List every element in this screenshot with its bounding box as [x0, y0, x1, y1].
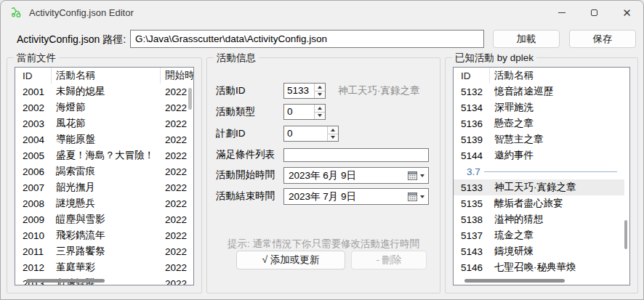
- cell-start: 2022: [161, 118, 188, 129]
- cell-id: 2012: [15, 262, 52, 273]
- arrow-up-icon: [331, 129, 335, 131]
- current-file-title: 當前文件: [14, 52, 59, 65]
- list-item[interactable]: 5144 邀約事件: [454, 147, 624, 163]
- end-time-picker[interactable]: 2023年 7月 9日: [283, 188, 429, 205]
- cell-id: 2008: [15, 198, 52, 209]
- spin-down-button[interactable]: [315, 113, 325, 120]
- activity-type-spinner[interactable]: 0: [283, 104, 326, 120]
- schedule-id-spinner[interactable]: 0: [283, 126, 339, 142]
- minimize-icon: [558, 12, 565, 13]
- dropdown-arrow-icon[interactable]: [420, 195, 424, 198]
- list-item[interactable]: 5146 七聖召喚·秘典華煥: [454, 259, 624, 275]
- known-activities-title: 已知活動 by dplek: [452, 52, 536, 65]
- spin-down-button[interactable]: [315, 92, 325, 99]
- add-or-update-button[interactable]: √ 添加或更新: [236, 251, 345, 269]
- app-icon: [9, 6, 23, 19]
- cell-start: 2022: [161, 214, 188, 225]
- cell-id: 5132: [454, 86, 490, 97]
- list-item[interactable]: 5138 溢神的猜想: [454, 211, 624, 227]
- table-row[interactable]: 2001 未歸的熄星 2022: [15, 84, 188, 100]
- col-header-name[interactable]: 活動名稱: [490, 68, 629, 84]
- cell-start: 2022: [161, 86, 188, 97]
- cell-id: 2004: [15, 134, 52, 145]
- cell-name: 七聖召喚·秘典華煥: [490, 261, 624, 274]
- close-button[interactable]: ✕: [611, 1, 643, 24]
- scrollbar-thumb[interactable]: [188, 88, 192, 110]
- cell-name: 堇庭華彩: [52, 261, 161, 274]
- cell-start: 2022: [161, 246, 188, 257]
- list-item[interactable]: 5132 憶音諸途巡歷: [454, 84, 624, 100]
- list-item[interactable]: 5133 神工天巧·寘錄之章: [454, 179, 624, 195]
- cell-name: 謁索雷痕: [52, 165, 161, 178]
- spin-down-button[interactable]: [328, 134, 338, 142]
- schedule-id-label: 計劃ID: [216, 126, 246, 142]
- list-item[interactable]: 5135 離垢者盡心旅宴: [454, 195, 624, 211]
- table-row[interactable]: 2002 海燈節 2022: [15, 100, 188, 115]
- minimize-button[interactable]: [545, 1, 578, 24]
- spin-up-button[interactable]: [315, 105, 325, 113]
- col-header-start[interactable]: 開始時間: [161, 68, 193, 84]
- col-header-name[interactable]: 活動名稱: [52, 68, 161, 84]
- horizontal-scrollbar[interactable]: [26, 279, 105, 283]
- table-row[interactable]: 2010 飛彩鐫流年 2022: [15, 227, 188, 243]
- vertical-scrollbar[interactable]: [624, 85, 629, 276]
- activity-type-value[interactable]: 0: [284, 105, 314, 119]
- spin-up-button[interactable]: [315, 84, 325, 92]
- list-item[interactable]: 5143 鑄境研煉: [454, 243, 624, 259]
- arrow-up-icon: [318, 86, 322, 89]
- schedule-id-value[interactable]: 0: [284, 126, 327, 141]
- cell-name: 深罪施洗: [490, 101, 624, 114]
- scrollbar-thumb[interactable]: [624, 220, 627, 249]
- spinner-buttons: [314, 105, 325, 119]
- table-row[interactable]: 2011 三界路饗祭 2022: [15, 243, 188, 259]
- arrow-down-icon: [318, 114, 322, 117]
- window-title: ActivityConfig.json Editor: [29, 7, 134, 18]
- table-row[interactable]: 2012 堇庭華彩 2022: [15, 259, 188, 275]
- dropdown-arrow-icon[interactable]: [420, 174, 424, 177]
- delete-button[interactable]: - 刪除: [351, 251, 427, 269]
- known-activities-header: ID 活動名稱: [454, 68, 629, 84]
- cell-name: 未歸的熄星: [52, 85, 161, 98]
- table-row[interactable]: 2007 韶光撫月 2022: [15, 179, 188, 195]
- table-row[interactable]: 2004 導能原盤 2022: [15, 131, 188, 147]
- col-header-id[interactable]: ID: [454, 68, 490, 84]
- cell-name: 謎境懸兵: [52, 197, 161, 210]
- list-item[interactable]: 5136 懸壺之章: [454, 115, 624, 131]
- vertical-scrollbar[interactable]: [188, 85, 193, 276]
- save-button[interactable]: 保存: [569, 30, 636, 48]
- horizontal-scrollbar[interactable]: [464, 279, 565, 283]
- table-row[interactable]: 2003 風花節 2022: [15, 115, 188, 131]
- activity-id-value[interactable]: 5133: [284, 84, 314, 98]
- activity-id-spinner[interactable]: 5133: [283, 83, 326, 99]
- activity-info-title: 活動信息: [214, 52, 259, 65]
- col-header-id[interactable]: ID: [15, 68, 52, 84]
- titlebar: ActivityConfig.json Editor ✕: [1, 1, 643, 24]
- list-item[interactable]: 5137 琉金之章: [454, 227, 624, 243]
- cell-start: 2022: [161, 198, 188, 209]
- cell-id: 3.7: [454, 166, 484, 177]
- table-row[interactable]: 2009 皚塵與雪影 2022: [15, 211, 188, 227]
- cell-name: [484, 171, 617, 172]
- table-row[interactable]: 2006 謁索雷痕 2022: [15, 163, 188, 179]
- activity-type-label: 活動類型: [216, 104, 255, 120]
- table-row[interactable]: 2005 盛夏！海島？大冒險！ 2022: [15, 147, 188, 163]
- cell-start: 2022: [161, 150, 188, 161]
- cell-start: 2022: [161, 102, 188, 113]
- cell-id: 5146: [454, 262, 490, 273]
- path-input[interactable]: [130, 30, 484, 48]
- list-item[interactable]: 5139 智慧主之章: [454, 131, 624, 147]
- spinner-buttons: [327, 126, 338, 141]
- condition-list-input[interactable]: [283, 148, 429, 162]
- maximize-button[interactable]: [578, 1, 611, 24]
- cell-name: 盛夏！海島？大冒險！: [52, 149, 161, 162]
- cell-name: 邀約事件: [490, 149, 624, 162]
- cell-id: 2005: [15, 150, 52, 161]
- list-item[interactable]: 5134 深罪施洗: [454, 100, 624, 115]
- load-button[interactable]: 加載: [493, 30, 560, 48]
- cell-name: 風花節: [52, 117, 161, 130]
- start-time-picker[interactable]: 2023年 6月 9日: [283, 167, 429, 184]
- table-row[interactable]: 2008 謎境懸兵 2022: [15, 195, 188, 211]
- cell-id: 2006: [15, 166, 52, 177]
- spin-up-button[interactable]: [328, 126, 338, 134]
- activity-id-label: 活動ID: [216, 83, 246, 99]
